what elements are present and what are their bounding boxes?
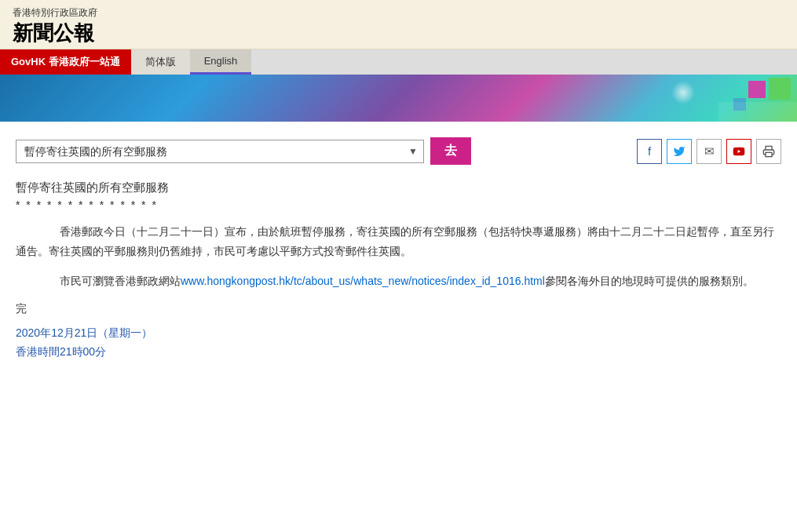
- banner-decoration-2: [769, 78, 791, 100]
- article-stars: * * * * * * * * * * * * * *: [16, 199, 781, 211]
- nav-simplified[interactable]: 简体版: [131, 49, 190, 75]
- nav-english[interactable]: English: [190, 49, 252, 75]
- header-subtitle: 香港特別行政區政府: [13, 6, 784, 20]
- facebook-icon[interactable]: f: [637, 139, 662, 164]
- article-end: 完: [16, 302, 781, 316]
- banner-sparkle: [671, 81, 695, 104]
- para2-suffix: 參閱各海外目的地現時可提供的服務類別。: [545, 275, 754, 287]
- article-date: 2020年12月21日（星期一） 香港時間21時00分: [16, 324, 781, 362]
- nav-bar: GovHK 香港政府一站通 简体版 English: [0, 49, 797, 75]
- header-title: 新聞公報: [13, 21, 784, 46]
- search-go-button[interactable]: 去: [430, 137, 471, 165]
- search-select[interactable]: 暫停寄往英國的所有空郵服務: [16, 140, 424, 163]
- article-link[interactable]: www.hongkongpost.hk/tc/about_us/whats_ne…: [181, 275, 545, 287]
- article-date-line1: 2020年12月21日（星期一）: [16, 324, 781, 343]
- search-bar: 暫停寄往英國的所有空郵服務 ▼ 去 f ✉: [16, 137, 781, 165]
- nav-govhk[interactable]: GovHK 香港政府一站通: [0, 49, 131, 75]
- twitter-icon[interactable]: [667, 139, 692, 164]
- nav-spacer: [251, 49, 797, 75]
- content-area: 暫停寄往英國的所有空郵服務 ▼ 去 f ✉ 暫停寄往英國的所有空郵服務 * * …: [0, 122, 797, 370]
- para2-prefix: 市民可瀏覽香港郵政網站: [38, 275, 181, 287]
- print-icon[interactable]: [756, 139, 781, 164]
- article-paragraph-2: 市民可瀏覽香港郵政網站www.hongkongpost.hk/tc/about_…: [16, 271, 781, 291]
- svg-rect-0: [766, 152, 772, 156]
- article-date-line2: 香港時間21時00分: [16, 343, 781, 362]
- email-icon[interactable]: ✉: [696, 139, 722, 164]
- header: 香港特別行政區政府 新聞公報: [0, 0, 797, 49]
- social-icons: f ✉: [637, 139, 781, 164]
- article-body: 香港郵政今日（十二月二十一日）宣布，由於航班暫停服務，寄往英國的所有空郵服務（包…: [16, 222, 781, 291]
- banner: [0, 75, 797, 122]
- banner-decoration-1: [748, 81, 766, 98]
- youtube-icon[interactable]: [726, 139, 751, 164]
- article-paragraph-1: 香港郵政今日（十二月二十一日）宣布，由於航班暫停服務，寄往英國的所有空郵服務（包…: [16, 222, 781, 261]
- article-title: 暫停寄往英國的所有空郵服務: [16, 180, 781, 195]
- banner-decoration-4: [718, 102, 797, 122]
- search-select-wrapper[interactable]: 暫停寄往英國的所有空郵服務 ▼: [16, 140, 424, 163]
